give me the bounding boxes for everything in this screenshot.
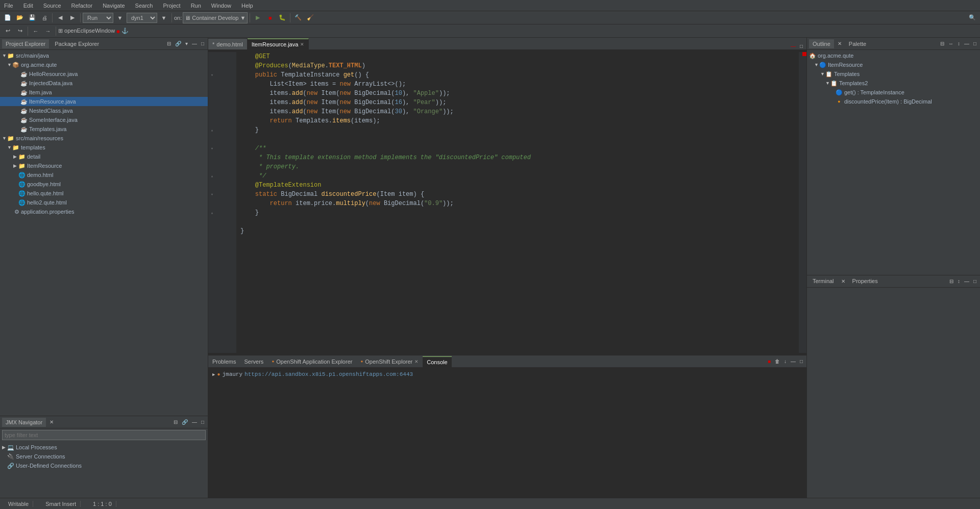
tree-item-templates-folder[interactable]: 📁 templates (0, 143, 208, 152)
br-minimize-btn[interactable]: — (963, 278, 971, 285)
tree-item-itemresource-java[interactable]: ☕ ItemResource.java (0, 97, 208, 106)
menu-window[interactable]: Window (209, 2, 233, 10)
jmx-maximize-btn[interactable]: □ (200, 419, 206, 425)
tab-project-explorer[interactable]: Project Explorer (2, 39, 49, 48)
jmx-action-1[interactable]: ⊟ (172, 419, 179, 425)
menu-edit[interactable]: Edit (21, 2, 35, 10)
tree-item-some-interface[interactable]: ☕ SomeInterface.java (0, 115, 208, 124)
minimize-explorer-btn[interactable]: — (190, 40, 199, 47)
openshift-explorer-close[interactable]: ✕ (414, 359, 419, 364)
collapse-all-btn[interactable]: ⊟ (165, 40, 173, 47)
outline-item-discounted-price[interactable]: 🔸 discountedPrice(Item) : BigDecimal (807, 97, 980, 106)
tree-item-hello-qute-html[interactable]: 🌐 hello.qute.html (0, 189, 208, 198)
new-button[interactable]: 📄 (2, 12, 13, 23)
clean-btn[interactable]: 🧹 (305, 12, 316, 23)
console-minimize-btn[interactable]: — (789, 358, 797, 365)
fold-8[interactable] (208, 116, 216, 125)
br-action-2[interactable]: ↕ (956, 278, 962, 285)
tab-properties[interactable]: Properties (849, 276, 881, 286)
outline-action-3[interactable]: ↕ (956, 40, 962, 47)
tree-item-src-main-resources[interactable]: 📁 src/main/resources (0, 134, 208, 143)
fold-9[interactable]: ▴ (208, 125, 216, 135)
fold-11[interactable]: ▾ (208, 144, 216, 153)
next-button[interactable]: ▶ (67, 12, 78, 23)
outline-maximize-btn[interactable]: □ (972, 40, 978, 47)
fold-1[interactable] (208, 52, 216, 61)
undo-btn[interactable]: ↩ (2, 26, 13, 37)
jmx-minimize-btn[interactable]: — (190, 419, 199, 425)
fold-5[interactable] (208, 89, 216, 98)
build-btn[interactable]: 🔨 (292, 12, 304, 23)
fold-19[interactable] (208, 217, 216, 226)
fold-14[interactable]: ▴ (208, 171, 216, 181)
tree-item-server-connections[interactable]: 🔌 Server Connections (0, 452, 208, 461)
tree-item-item-java[interactable]: ☕ Item.java (0, 88, 208, 97)
menu-search[interactable]: Search (133, 2, 155, 10)
tree-item-demo-html[interactable]: 🌐 demo.html (0, 170, 208, 180)
br-action-1[interactable]: ⊟ (948, 278, 955, 285)
menu-source[interactable]: Source (41, 2, 63, 10)
tree-item-user-defined[interactable]: 🔗 User-Defined Connections (0, 461, 208, 470)
outline-item-org-acme-qute[interactable]: 🏠 org.acme.qute (807, 51, 980, 60)
jmx-filter-input[interactable] (2, 430, 206, 440)
tree-item-templates-java[interactable]: ☕ Templates.java (0, 124, 208, 134)
tab-outline[interactable]: Outline (809, 39, 834, 48)
server-select[interactable]: 🖥 Container Develop ▼ (183, 12, 248, 23)
back-nav-btn[interactable]: ← (30, 26, 41, 37)
outline-close-btn[interactable]: ✕ (836, 40, 843, 47)
tab-openshift-explorer[interactable]: ● OpenShift Explorer ✕ (356, 356, 423, 367)
tree-item-goodbye-html[interactable]: 🌐 goodbye.html (0, 180, 208, 189)
menu-file[interactable]: File (2, 2, 15, 10)
itemresource-tab-close[interactable]: ✕ (300, 42, 304, 47)
search-toolbar-btn[interactable]: 🔍 (967, 12, 978, 23)
maximize-explorer-btn[interactable]: □ (200, 40, 206, 47)
tree-item-itemresource-folder[interactable]: 📁 ItemResource (0, 161, 208, 170)
outline-minimize-btn[interactable]: — (963, 40, 971, 47)
fold-10[interactable] (208, 135, 216, 144)
tab-package-explorer[interactable]: Package Explorer (51, 39, 103, 48)
tree-item-org-acme-qute[interactable]: 📦 org.acme.qute (0, 60, 208, 69)
tree-item-detail-folder[interactable]: 📁 detail (0, 152, 208, 161)
fold-2[interactable] (208, 61, 216, 70)
fold-13[interactable] (208, 162, 216, 171)
console-item-jmaury[interactable]: ▶ ● jmaury https://api.sandbox.x8i5.p1.o… (212, 370, 802, 379)
run-btn[interactable]: ▶ (252, 12, 263, 23)
debug-btn[interactable]: 🐛 (277, 12, 288, 23)
prev-button[interactable]: ◀ (55, 12, 66, 23)
stop-btn[interactable]: ■ (264, 12, 276, 23)
tree-item-nested-class[interactable]: ☕ NestedClass.java (0, 106, 208, 115)
jmx-action-2[interactable]: 🔗 (180, 419, 189, 425)
explorer-menu-btn[interactable]: ▾ (184, 40, 189, 47)
outline-action-2[interactable]: ↔ (947, 40, 955, 47)
jmx-close-btn[interactable]: ✕ (48, 419, 55, 425)
open-button[interactable]: 📂 (14, 12, 26, 23)
menu-navigate[interactable]: Navigate (101, 2, 127, 10)
outline-item-get-method[interactable]: 🔵 get() : TemplateInstance (807, 88, 980, 97)
code-editor[interactable]: ▾ ▴ ▾ ▴ ▾ (208, 50, 806, 355)
tab-demo-html[interactable]: * demo.html (208, 38, 248, 49)
menu-help[interactable]: Help (239, 2, 255, 10)
tab-terminal[interactable]: Terminal (809, 276, 838, 286)
redo-btn[interactable]: ↪ (14, 26, 26, 37)
fold-16[interactable]: ▾ (208, 190, 216, 199)
fold-3[interactable]: ▾ (208, 70, 216, 80)
terminal-close-btn[interactable]: ✕ (840, 278, 847, 285)
run-config-dropdown[interactable]: ▼ (158, 12, 169, 23)
tab-servers[interactable]: Servers (240, 356, 267, 367)
save-button[interactable]: 💾 (27, 12, 38, 23)
console-clear-btn[interactable]: 🗑 (773, 358, 781, 365)
run-mode-select[interactable]: Run (83, 13, 113, 23)
console-stop-btn[interactable]: ■ (766, 358, 772, 365)
tree-item-injected-data[interactable]: ☕ InjectedData.java (0, 79, 208, 88)
editor-maximize-btn[interactable]: □ (798, 43, 804, 49)
tree-item-hello-resource[interactable]: ☕ HelloResource.java (0, 69, 208, 79)
console-scroll-btn[interactable]: ↓ (782, 358, 788, 365)
tab-problems[interactable]: Problems (208, 356, 240, 367)
menu-refactor[interactable]: Refactor (69, 2, 95, 10)
run-dropdown[interactable]: ▼ (114, 12, 126, 23)
fold-7[interactable] (208, 107, 216, 116)
fold-12[interactable] (208, 153, 216, 162)
outline-item-templates[interactable]: 📋 Templates (807, 69, 980, 79)
console-maximize-btn[interactable]: □ (798, 358, 804, 365)
fold-4[interactable] (208, 80, 216, 89)
